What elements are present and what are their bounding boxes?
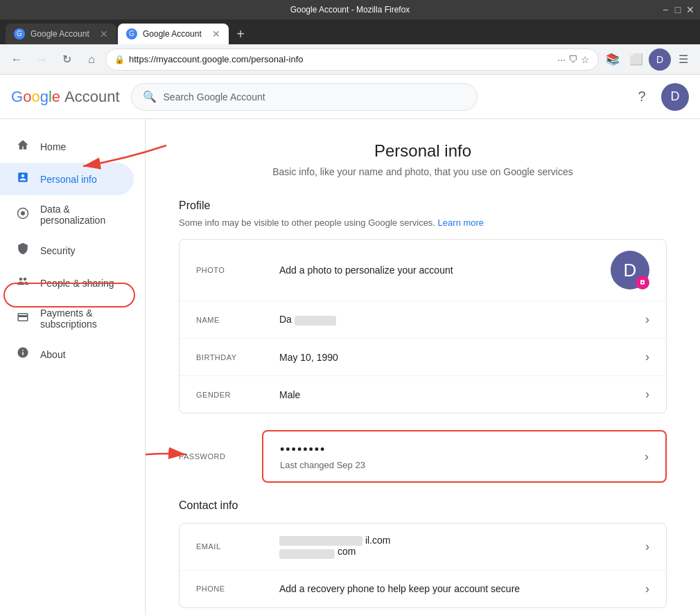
sidebar-item-home[interactable]: Home xyxy=(0,130,134,163)
password-dots: •••••••• xyxy=(280,443,645,457)
data-icon xyxy=(17,207,29,223)
account-label: Account xyxy=(64,88,120,106)
password-label-col: PASSWORD xyxy=(179,452,262,461)
tab1-close[interactable]: ✕ xyxy=(100,28,108,39)
google-account-logo[interactable]: Google Account xyxy=(11,88,120,106)
header-right: ? D xyxy=(628,83,689,111)
email-chevron: › xyxy=(645,540,649,554)
titlebar-text: Google Account - Mozilla Firefox xyxy=(290,5,410,15)
password-card[interactable]: •••••••• Last changed Sep 23 › xyxy=(262,430,667,483)
email-row[interactable]: EMAIL il.com com › xyxy=(180,524,666,571)
birthday-chevron: › xyxy=(645,350,649,364)
camera-badge xyxy=(636,276,649,289)
learn-more-link[interactable]: Learn more xyxy=(438,217,484,228)
address-bar[interactable]: 🔒 https://myaccount.google.com/personal-… xyxy=(105,48,599,71)
contact-section-title: Contact info xyxy=(179,499,667,512)
tab1-favicon: G xyxy=(14,28,25,39)
reload-button[interactable]: ↻ xyxy=(55,48,78,71)
tab1-label: Google Account xyxy=(30,29,89,39)
search-icon: 🔍 xyxy=(143,90,157,103)
search-placeholder-text: Search Google Account xyxy=(164,91,265,102)
tab2-close[interactable]: ✕ xyxy=(212,28,220,39)
profile-section-desc: Some info may be visible to other people… xyxy=(179,217,667,228)
lock-icon: 🔒 xyxy=(114,55,125,64)
close-icon[interactable]: ✕ xyxy=(686,6,694,14)
gender-row[interactable]: GENDER Male › xyxy=(180,376,666,413)
gender-chevron: › xyxy=(645,387,649,402)
browser-tabs: G Google Account ✕ G Google Account ✕ + xyxy=(0,19,700,44)
tab-manager-button[interactable]: ⬜ xyxy=(625,48,647,71)
phone-row[interactable]: PHONE Add a recovery phone to help keep … xyxy=(180,571,666,607)
address-text: https://myaccount.google.com/personal-in… xyxy=(129,54,553,64)
people-sharing-label: People & sharing xyxy=(40,278,114,289)
password-section: PASSWORD •••••••• Last changed Sep 23 › xyxy=(179,430,667,483)
browser-titlebar: Google Account - Mozilla Firefox − □ ✕ xyxy=(0,0,700,19)
email-label: EMAIL xyxy=(196,542,279,551)
sidebar-item-people-sharing[interactable]: People & sharing xyxy=(0,267,134,299)
email-value: il.com com xyxy=(279,535,645,559)
name-chevron: › xyxy=(645,312,649,327)
svg-point-2 xyxy=(21,211,25,215)
birthday-value: May 10, 1990 xyxy=(279,352,645,363)
profile-section: Profile Some info may be visible to othe… xyxy=(179,199,667,413)
user-avatar[interactable]: D xyxy=(661,83,689,111)
name-label: NAME xyxy=(196,316,279,324)
contact-card: EMAIL il.com com › PHONE Add a recovery … xyxy=(179,523,667,608)
password-row-wrapper: PASSWORD •••••••• Last changed Sep 23 › xyxy=(179,430,667,483)
data-personalization-label: Data & personalization xyxy=(40,204,117,226)
password-content: •••••••• Last changed Sep 23 xyxy=(280,443,645,470)
menu-button[interactable]: ☰ xyxy=(672,48,694,71)
forward-button[interactable]: → xyxy=(30,48,53,71)
sidebar-item-payments[interactable]: Payments & subscriptions xyxy=(0,299,134,338)
about-label: About xyxy=(40,349,66,360)
header-search[interactable]: 🔍 Search Google Account xyxy=(131,83,478,111)
sidebar: Home Personal info Data & personalizatio… xyxy=(0,119,146,615)
help-button[interactable]: ? xyxy=(628,83,656,111)
back-button[interactable]: ← xyxy=(6,48,28,71)
sidebar-item-about[interactable]: About xyxy=(0,338,134,371)
birthday-row[interactable]: BIRTHDAY May 10, 1990 › xyxy=(180,339,666,376)
browser-tools: 📚 ⬜ D ☰ xyxy=(602,48,694,71)
phone-description: Add a recovery phone to help keep your a… xyxy=(279,583,645,594)
star-icon[interactable]: ☆ xyxy=(581,54,590,65)
gender-value: Male xyxy=(279,389,645,400)
tab-2[interactable]: G Google Account ✕ xyxy=(118,24,229,44)
sidebar-item-personal-info[interactable]: Personal info xyxy=(0,163,134,195)
password-chevron: › xyxy=(645,449,649,464)
profile-button[interactable]: D xyxy=(649,48,671,71)
new-tab-button[interactable]: + xyxy=(230,24,251,44)
sidebar-item-security[interactable]: Security xyxy=(0,234,134,267)
main-layout: Home Personal info Data & personalizatio… xyxy=(0,119,700,615)
profile-card: PHOTO Add a photo to personalize your ac… xyxy=(179,239,667,413)
people-icon xyxy=(17,275,29,291)
minimize-icon[interactable]: − xyxy=(661,6,670,14)
tab2-favicon: G xyxy=(126,28,137,39)
payments-icon xyxy=(17,311,29,327)
maximize-icon[interactable]: □ xyxy=(674,6,682,14)
more-icon[interactable]: ··· xyxy=(557,54,566,65)
password-last-changed: Last changed Sep 23 xyxy=(280,460,645,470)
bookmark-icon[interactable]: ⛉ xyxy=(568,54,578,65)
extensions-button[interactable]: 📚 xyxy=(602,48,624,71)
home-label: Home xyxy=(40,141,66,152)
home-button[interactable]: ⌂ xyxy=(80,48,103,71)
photo-avatar: D xyxy=(611,251,649,289)
name-row[interactable]: NAME Da › xyxy=(180,301,666,339)
personal-info-label: Personal info xyxy=(40,174,97,185)
photo-description: Add a photo to personalize your account xyxy=(279,265,611,276)
address-actions: ··· ⛉ ☆ xyxy=(557,54,590,65)
phone-chevron: › xyxy=(645,582,649,596)
birthday-label: BIRTHDAY xyxy=(196,353,279,362)
security-icon xyxy=(17,242,29,258)
security-label: Security xyxy=(40,245,76,256)
profile-section-title: Profile xyxy=(179,199,667,212)
home-icon xyxy=(17,139,29,154)
phone-label: PHONE xyxy=(196,585,279,593)
main-content: Personal info Basic info, like your name… xyxy=(146,119,700,615)
browser-nav: ← → ↻ ⌂ 🔒 https://myaccount.google.com/p… xyxy=(0,44,700,75)
window-controls: − □ ✕ xyxy=(661,6,694,14)
page-header: Google Account 🔍 Search Google Account ?… xyxy=(0,75,700,119)
photo-row[interactable]: PHOTO Add a photo to personalize your ac… xyxy=(180,240,666,301)
tab-1[interactable]: G Google Account ✕ xyxy=(6,24,116,44)
sidebar-item-data-personalization[interactable]: Data & personalization xyxy=(0,195,134,234)
